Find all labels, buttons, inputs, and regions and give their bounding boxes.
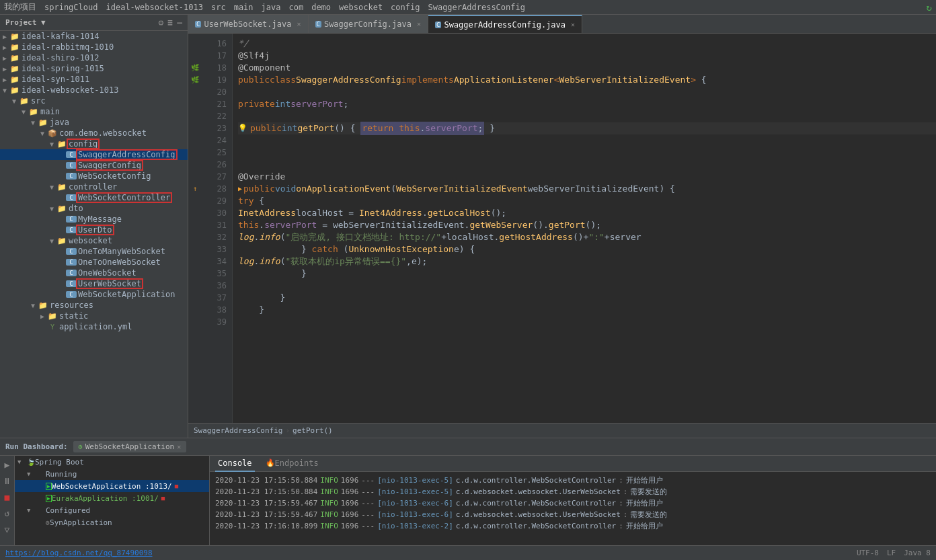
sidebar-item-syn[interactable]: ▶📁ideal-syn-1011 [0,74,188,85]
stop-icon[interactable]: ■ [175,483,178,489]
sidebar-item-ws-com[interactable]: ▼📦com.demo.websocket [0,128,188,138]
status-link[interactable]: https://blog.csdn.net/qq_87490098 [5,549,153,557]
sidebar-item-spring[interactable]: ▶📁ideal-spring-1015 [0,63,188,74]
console-panel: Console 🔥 Endpoints 2020-11-23 17:15:50.… [210,456,936,545]
tree-label: WebSocketApplication [77,290,177,299]
stop-icon[interactable]: ■ [161,495,165,502]
sidebar-item-SwaggerAddressConfig[interactable]: CSwaggerAddressConfig [0,149,188,160]
tree-arrow: ▼ [38,130,47,137]
run-tree-item-WebSocketApplication--1013-[interactable]: ▶ WebSocketApplication :1013/■ [15,480,209,492]
menu-config[interactable]: config [391,3,420,12]
run-app-tab[interactable]: ⚙ WebSocketApplication ✕ [73,441,187,452]
tab-close[interactable]: ✕ [297,20,301,28]
run-toolbar-pause[interactable]: ⏸ [1,475,13,487]
sidebar-item-ws-config[interactable]: ▼📁config [0,138,188,149]
run-toolbar-resume[interactable]: ▶ [1,458,13,471]
tree-label: main [39,107,61,116]
run-tree-label: EurakaApplication :1001/ [52,494,159,503]
line-number-32: 32 [202,231,227,243]
sidebar-item-ws-controller[interactable]: ▼📁controller [0,182,188,192]
run-tree-item-Spring-Boot[interactable]: ▼🍃 Spring Boot [15,456,209,468]
tree-label: OneToOneWebSocket [77,257,162,267]
status-bar: https://blog.csdn.net/qq_87490098 UTF-8 … [0,545,936,560]
console-tab-console[interactable]: Console [215,456,255,472]
menu-swagger[interactable]: SwaggerAddressConfig [428,3,525,12]
console-tab-endpoints[interactable]: 🔥 Endpoints [263,456,321,472]
menu-com[interactable]: com [288,3,303,12]
menu-ideal-websocket[interactable]: ideal-websocket-1013 [106,3,203,12]
sidebar-item-SwaggerConfig[interactable]: CSwaggerConfig [0,160,188,171]
log-class: c.d.w.controller.WebSocketController [456,499,616,508]
run-tab-close[interactable]: ✕ [177,443,181,450]
sidebar-item-websocket[interactable]: ▼📁ideal-websocket-1013 [0,85,188,95]
sidebar-item-shiro[interactable]: ▶📁ideal-shiro-1012 [0,52,188,63]
sidebar-item-ws-resources[interactable]: ▼📁resources [0,300,188,311]
line-number-30: 30 [202,207,227,219]
spring-leaf-icon: 🍃 [27,458,35,466]
refresh-icon[interactable]: ↻ [927,2,932,13]
sidebar-item-MyMessage[interactable]: CMyMessage [0,214,188,225]
sidebar-gear-icon[interactable]: ⚙ [159,17,164,28]
sidebar-item-ws-src[interactable]: ▼📁src [0,95,188,106]
run-toolbar: ▶ ⏸ ■ ↺ ▽ [0,456,15,545]
tree-label: src [30,96,47,106]
run-tree-item-Configured[interactable]: ▼ Configured [15,504,209,516]
folder-icon: 📁 [56,140,67,149]
menu-java[interactable]: java [262,3,281,12]
java-icon: C [66,270,77,276]
sidebar-item-OneToOneWebSocket[interactable]: COneToOneWebSocket [0,257,188,268]
menu-my-project[interactable]: 我的项目 [4,1,36,13]
run-toolbar-filter[interactable]: ▽ [1,523,13,535]
run-arrow: ▼ [27,471,36,477]
tab-close[interactable]: ✕ [571,21,575,28]
menu-src[interactable]: src [211,3,226,12]
menu-main[interactable]: main [234,3,254,12]
editor-tab-SwaggerAddressConfig-java[interactable]: C SwaggerAddressConfig.java ✕ [428,15,582,34]
sidebar-item-UserWebSocket[interactable]: CUserWebSocket [0,278,188,289]
tree-arrow: ▼ [0,87,9,94]
sidebar-item-ws-main[interactable]: ▼📁main [0,106,188,117]
menu-springcloud[interactable]: springCloud [44,3,98,12]
sidebar-item-WebSocketConfig[interactable]: CWebSocketConfig [0,171,188,182]
sidebar-item-ws-java[interactable]: ▼📁java [0,117,188,128]
run-toolbar-restart[interactable]: ↺ [1,507,13,519]
breadcrumb-class[interactable]: SwaggerAddressConfig [194,426,282,435]
lower-area: ▶ ⏸ ■ ↺ ▽ ▼🍃 Spring Boot▼ Running ▶ WebS… [0,456,936,545]
code-line-31: this.serverPort = webServerInitializedEv… [238,219,936,231]
code-content[interactable]: */ @Slf4j @Component public class Swagge… [233,34,936,423]
sidebar-minimize-icon[interactable]: — [177,17,182,28]
log-line: 2020-11-23 17:15:50.884INFO1696---[nio-1… [215,486,931,497]
sidebar-settings-icon[interactable]: ≡ [167,17,173,28]
sidebar-item-WebSocketApplication[interactable]: CWebSocketApplication [0,289,188,300]
console-output[interactable]: 2020-11-23 17:15:50.884INFO1696---[nio-1… [210,472,936,545]
run-tree-item-EurakaApplication--1001-[interactable]: ▶ EurakaApplication :1001/■ [15,492,209,504]
sidebar-item-OneWebSocket[interactable]: COneWebSocket [0,268,188,278]
log-class: c.d.websocket.websocket.UserWebSocket [456,510,621,519]
sidebar-item-OneToManyWebSocket[interactable]: COneToManyWebSocket [0,246,188,257]
gutter-line-23 [188,122,202,134]
sidebar-item-kafka[interactable]: ▶📁ideal-kafka-1014 [0,31,188,42]
gutter-line-16 [188,38,202,50]
run-tree-item-SynApplication[interactable]: ⚙ SynApplication [15,516,209,528]
java-icon: C [66,216,77,223]
sidebar-item-ws-dto[interactable]: ▼📁dto [0,203,188,214]
editor-tab-UserWebSocket-java[interactable]: C UserWebSocket.java ✕ [188,15,309,34]
run-tree-item-Running[interactable]: ▼ Running [15,468,209,480]
code-line-19: public class SwaggerAddressConfig implem… [238,74,936,86]
menu-websocket[interactable]: websocket [339,3,383,12]
tree-label: WebSocketController [77,193,171,202]
lightbulb-icon[interactable]: 💡 [238,122,247,134]
run-toolbar-stop[interactable]: ■ [1,491,13,503]
sidebar-item-application-yaml[interactable]: Yapplication.yml [0,321,188,332]
line-number-36: 36 [202,280,227,292]
breadcrumb-method[interactable]: getPort() [292,426,333,435]
menu-demo[interactable]: demo [311,3,331,12]
sidebar-item-ws-static[interactable]: ▶📁static [0,311,188,321]
sidebar-item-rabbitmq[interactable]: ▶📁ideal-rabbitmq-1010 [0,42,188,52]
sidebar-item-ws-websocket[interactable]: ▼📁websocket [0,235,188,246]
editor-tab-SwaggerConfig-java[interactable]: C SwaggerConfig.java ✕ [309,15,429,34]
sidebar-item-UserDto[interactable]: CUserDto [0,225,188,235]
sidebar-item-WebSocketController[interactable]: CWebSocketController [0,192,188,203]
tab-close[interactable]: ✕ [417,20,421,28]
sidebar-tree: ▶📁ideal-kafka-1014▶📁ideal-rabbitmq-1010▶… [0,31,188,438]
